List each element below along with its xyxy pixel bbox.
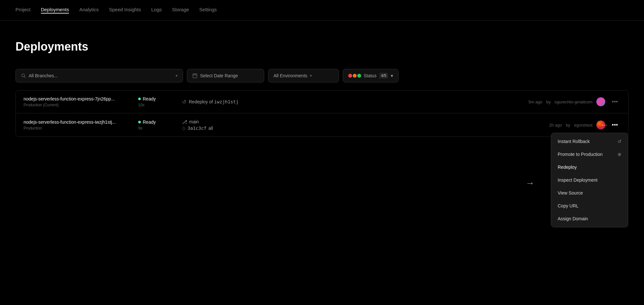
promote-icon: ⊕ — [618, 152, 621, 157]
status-dot-green — [357, 74, 361, 78]
status-chevron-icon: ▾ — [391, 73, 393, 78]
copy-url-label: Copy URL — [558, 203, 579, 208]
commit-hash: 3a1c3cf — [187, 126, 207, 131]
deployment-author: egorshest — [574, 123, 592, 128]
more-options-button[interactable]: ••• — [609, 121, 620, 129]
deployment-source-col: ↺ Redeploy of iwzjh1stj — [182, 99, 493, 105]
branch-icon: ⎇ — [182, 119, 187, 124]
nav-speed-insights[interactable]: Speed Insights — [109, 7, 141, 14]
deployment-status-col: Ready 9s — [138, 119, 177, 130]
redeploy-arrow-annotation: → — [525, 178, 534, 188]
deployment-name-col: nodejs-serverless-function-express-7jn26… — [24, 96, 133, 107]
nav-analytics[interactable]: Analytics — [79, 7, 99, 14]
dropdown-item-redeploy[interactable]: Redeploy — [551, 161, 628, 174]
branch-chevron-icon: ▾ — [176, 73, 178, 78]
deployment-env: Production — [24, 126, 133, 130]
deployment-status: Ready — [138, 96, 156, 101]
view-source-label: View Source — [558, 190, 583, 195]
date-range-filter[interactable]: Select Date Range — [187, 69, 264, 82]
deployment-name: nodejs-serverless-function-express-7jn26… — [24, 96, 127, 101]
svg-rect-2 — [193, 74, 197, 78]
status-indicator — [138, 121, 141, 123]
deployment-name-col: nodejs-serverless-function-express-iwzjh… — [24, 119, 133, 130]
status-filter[interactable]: Status 4/5 ▾ — [343, 69, 399, 82]
status-dot-red — [348, 74, 352, 78]
status-count-badge: 4/5 — [379, 73, 389, 79]
deployment-row: nodejs-serverless-function-express-7jn26… — [16, 91, 628, 113]
deployment-by-label: by — [566, 123, 570, 128]
main-content: Deployments All Branches... ▾ — [0, 21, 644, 150]
avatar-image — [596, 97, 605, 106]
page-title: Deployments — [15, 40, 629, 53]
redeploy-label: Redeploy — [558, 165, 577, 170]
dropdown-item-assign-domain[interactable]: Assign Domain — [551, 212, 628, 225]
dropdown-item-inspect-deployment[interactable]: Inspect Deployment — [551, 174, 628, 186]
deployment-duration: 10s — [138, 103, 144, 107]
promote-label: Promote to Production — [558, 152, 602, 157]
deployment-row: nodejs-serverless-function-express-iwzjh… — [16, 113, 628, 137]
deployment-meta-col: 5m ago by ogurechto-gmailcom ••• — [498, 97, 620, 106]
env-chevron-icon: ▾ — [310, 73, 312, 78]
deployment-author: ogurechto-gmailcom — [554, 100, 592, 104]
status-indicator — [138, 98, 141, 100]
environments-filter[interactable]: All Environments ▾ — [268, 69, 339, 82]
filters-row: All Branches... ▾ Select Date Range All … — [15, 69, 629, 82]
branch-filter-label: All Branches... — [29, 73, 58, 78]
branch-source-info: ⎇ main ◇ 3a1c3cf all — [182, 119, 213, 131]
nav-deployments[interactable]: Deployments — [41, 7, 69, 14]
avatar — [596, 120, 605, 129]
dropdown-item-view-source[interactable]: View Source — [551, 186, 628, 199]
environments-label: All Environments — [274, 73, 307, 78]
inspect-label: Inspect Deployment — [558, 177, 598, 183]
dropdown-item-copy-url[interactable]: Copy URL — [551, 199, 628, 212]
date-range-label: Select Date Range — [200, 73, 238, 78]
rollback-icon: ↺ — [618, 139, 621, 144]
deployment-time-ago: 5m ago — [528, 100, 542, 104]
deployment-dropdown-menu: → Instant Rollback ↺ Promote to Producti… — [551, 133, 628, 227]
status-dot-orange — [353, 74, 357, 78]
more-options-button[interactable]: ••• — [609, 98, 620, 106]
nav-logs[interactable]: Logs — [151, 7, 162, 14]
deployment-status: Ready — [138, 119, 156, 125]
deployment-source-text: Redeploy of iwzjh1stj — [189, 99, 238, 104]
top-navigation: Project Deployments Analytics Speed Insi… — [0, 0, 644, 21]
nav-project[interactable]: Project — [15, 7, 31, 14]
branch-filter[interactable]: All Branches... ▾ — [15, 69, 183, 82]
assign-domain-label: Assign Domain — [558, 216, 588, 221]
commit-line: ◇ 3a1c3cf all — [182, 126, 213, 131]
calendar-icon — [192, 73, 197, 78]
branch-name: main — [189, 119, 199, 124]
redeploy-icon: ↺ — [182, 99, 186, 105]
svg-line-1 — [24, 77, 26, 78]
deployment-status-col: Ready 10s — [138, 96, 177, 107]
status-dots — [348, 74, 361, 78]
nav-storage[interactable]: Storage — [172, 7, 189, 14]
search-icon — [21, 73, 26, 78]
deployment-meta-col: 2h ago by egorshest ••• ← — [498, 120, 620, 129]
deployment-env: Production (Current) — [24, 103, 133, 107]
deployment-time-ago: 2h ago — [549, 123, 562, 128]
instant-rollback-label: Instant Rollback — [558, 139, 590, 144]
deployment-name: nodejs-serverless-function-express-iwzjh… — [24, 119, 127, 125]
avatar — [596, 97, 605, 106]
nav-settings[interactable]: Settings — [199, 7, 217, 14]
dropdown-item-promote-production[interactable]: Promote to Production ⊕ — [551, 148, 628, 161]
deployment-duration: 9s — [138, 126, 142, 130]
branch-line: ⎇ main — [182, 119, 213, 124]
commit-suffix: all — [208, 126, 213, 131]
avatar-image — [596, 120, 605, 129]
status-label: Status — [364, 73, 377, 78]
commit-icon: ◇ — [182, 126, 186, 131]
dropdown-item-instant-rollback[interactable]: Instant Rollback ↺ — [551, 135, 628, 148]
deployment-source-col: ⎇ main ◇ 3a1c3cf all — [182, 119, 493, 131]
deployment-by-label: by — [546, 100, 551, 104]
deployments-list: nodejs-serverless-function-express-7jn26… — [15, 90, 629, 137]
